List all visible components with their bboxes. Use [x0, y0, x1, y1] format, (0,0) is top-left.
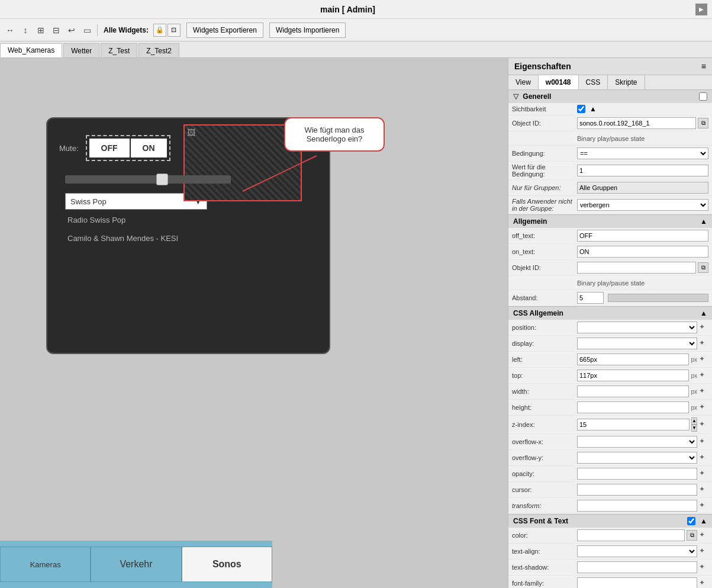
color-copy[interactable]: ⧉ [687, 530, 697, 541]
text-align-select[interactable] [577, 545, 697, 557]
tab-kameras[interactable]: Kameras [0, 547, 91, 582]
z-index-input[interactable] [577, 419, 690, 430]
import-button[interactable]: Widgets Importieren [269, 23, 346, 38]
bedingung-select[interactable]: == [577, 147, 708, 159]
object-id-value: ⧉ [577, 117, 708, 129]
overflow-y-star[interactable]: ✦ [699, 453, 708, 462]
left-star[interactable]: ✦ [699, 355, 708, 364]
z-index-star[interactable]: ✦ [699, 420, 708, 429]
css-allgemein-collapse[interactable]: ▲ [700, 309, 707, 317]
abstand-input[interactable] [577, 292, 604, 304]
panel-tab-skripte[interactable]: Skripte [608, 75, 645, 89]
height-star[interactable]: ✦ [699, 403, 708, 412]
toolbar-divider [97, 24, 98, 36]
tab-z-test[interactable]: Z_Test [101, 43, 137, 57]
panel-menu-icon[interactable]: ≡ [701, 62, 706, 71]
nur-input[interactable] [577, 182, 708, 194]
z-index-up[interactable]: ▲ [691, 417, 697, 425]
css-allgemein-section: CSS Allgemein ▲ position: ✦ display: ✦ l… [508, 307, 712, 515]
generell-checkbox[interactable] [699, 92, 707, 101]
z-index-down[interactable]: ▼ [691, 425, 697, 432]
css-font-checkbox[interactable] [687, 517, 695, 525]
left-input[interactable] [577, 354, 689, 365]
falls-select[interactable]: verbergen [577, 199, 708, 211]
font-family-input[interactable] [577, 577, 697, 588]
display-select[interactable] [577, 338, 697, 349]
tab-verkehr[interactable]: Verkehr [91, 547, 181, 582]
text-align-star[interactable]: ✦ [699, 547, 708, 556]
abstand-slider[interactable] [608, 294, 708, 302]
off-text-input[interactable] [577, 230, 708, 242]
top-input[interactable] [577, 369, 689, 381]
sichtbarkeit-checkbox[interactable] [577, 105, 585, 113]
width-input[interactable] [577, 385, 689, 397]
width-star[interactable]: ✦ [699, 387, 708, 396]
color-input[interactable] [577, 529, 685, 541]
font-family-star[interactable]: ✦ [699, 579, 708, 588]
tab-z-test2[interactable]: Z_Test2 [138, 43, 179, 57]
mute-row: Mute: OFF ON 🖼 [59, 135, 317, 161]
position-row: position: ✦ [508, 320, 712, 336]
callout-text: Wie fügt man das Senderlogo ein? [304, 126, 364, 143]
z-index-label: z-index: [512, 421, 577, 428]
cursor-input[interactable] [577, 484, 697, 496]
font-family-label: font-family: [512, 580, 577, 587]
toolbar-icon-1[interactable]: ↔ [4, 24, 17, 37]
opacity-value: ✦ [577, 468, 708, 480]
toolbar-icon-3[interactable]: ⊞ [34, 24, 47, 37]
height-input[interactable] [577, 401, 689, 413]
object-id-input[interactable] [577, 117, 696, 129]
objekt-id-hint-row: Binary play/pause state [508, 276, 712, 290]
tab-wetter[interactable]: Wetter [63, 43, 99, 57]
overflow-x-select[interactable] [577, 436, 697, 448]
opacity-input[interactable] [577, 468, 697, 480]
allgemein-header: Allgemein ▲ [508, 215, 712, 228]
slider-thumb[interactable] [156, 173, 168, 185]
wert-input[interactable] [577, 165, 708, 176]
tab-web-kameras[interactable]: Web_Kameras [0, 43, 62, 57]
objekt-id-input[interactable] [577, 262, 696, 274]
css-font-collapse[interactable]: ▲ [700, 517, 707, 525]
z-index-spinners[interactable]: ▲ ▼ [691, 417, 697, 432]
cursor-value: ✦ [577, 484, 708, 496]
display-star[interactable]: ✦ [699, 339, 708, 348]
overflow-x-star[interactable]: ✦ [699, 437, 708, 446]
left-px: px [691, 356, 697, 363]
toolbar-icon-4[interactable]: ⊟ [50, 24, 63, 37]
text-shadow-star[interactable]: ✦ [699, 563, 708, 572]
sichtbarkeit-row: Sichtbarkeit ▲ [508, 103, 712, 115]
position-star[interactable]: ✦ [699, 323, 708, 332]
off-button[interactable]: OFF [89, 139, 130, 158]
top-star[interactable]: ✦ [699, 371, 708, 380]
allgemein-collapse[interactable]: ▲ [700, 217, 707, 226]
toolbar-icon-2[interactable]: ↕ [19, 24, 32, 37]
title-arrow[interactable]: ▶ [695, 4, 707, 15]
generell-header: ▽ Generell [508, 90, 712, 103]
sichtbarkeit-collapse[interactable]: ▲ [589, 105, 597, 113]
slider-track[interactable] [65, 175, 231, 184]
object-id-copy[interactable]: ⧉ [698, 118, 708, 128]
lock-icon[interactable]: 🔒 [153, 24, 166, 37]
text-shadow-input[interactable] [577, 561, 697, 573]
panel-tab-view[interactable]: View [508, 75, 539, 89]
opacity-star[interactable]: ✦ [699, 469, 708, 478]
on-button[interactable]: ON [131, 139, 167, 158]
transform-input[interactable] [577, 500, 697, 512]
width-row: width: px ✦ [508, 384, 712, 400]
on-text-input[interactable] [577, 246, 708, 258]
z-index-row: z-index: ▲ ▼ ✦ [508, 416, 712, 434]
transform-star[interactable]: ✦ [699, 501, 708, 510]
objekt-id-copy[interactable]: ⧉ [698, 262, 708, 273]
cursor-star[interactable]: ✦ [699, 485, 708, 494]
expand-icon[interactable]: ⊡ [167, 24, 181, 37]
panel-tab-css[interactable]: CSS [579, 75, 608, 89]
tab-sonos[interactable]: Sonos [182, 547, 272, 582]
panel-tab-w00148[interactable]: w00148 [539, 75, 579, 89]
overflow-y-select[interactable] [577, 452, 697, 464]
position-select[interactable] [577, 322, 697, 333]
toolbar-icon-6[interactable]: ▭ [80, 24, 94, 37]
object-id-hint-row: Binary play/pause state [508, 131, 712, 146]
color-star[interactable]: ✦ [699, 531, 708, 540]
export-button[interactable]: Widgets Exportieren [186, 23, 263, 38]
toolbar-icon-5[interactable]: ↩ [65, 24, 78, 37]
